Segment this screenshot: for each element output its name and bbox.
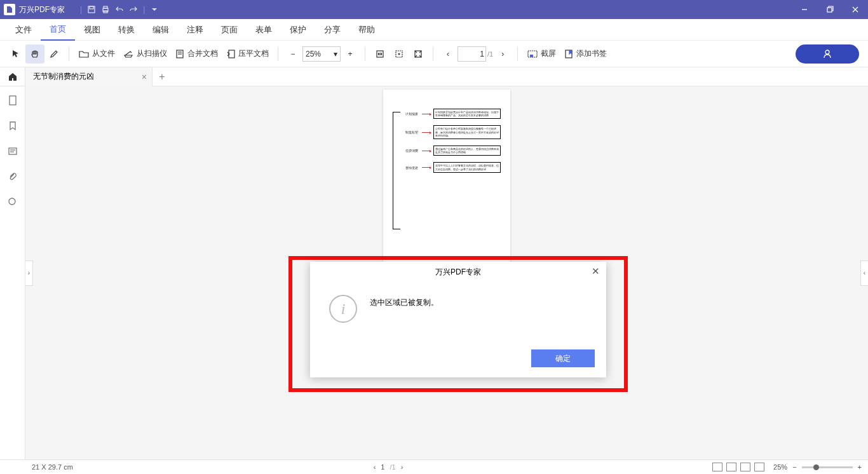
view-mode-group xyxy=(712,463,764,471)
menu-help[interactable]: 帮助 xyxy=(349,19,384,41)
fit-width-button[interactable] xyxy=(370,44,390,64)
bookmark-label: 添加书签 xyxy=(576,48,607,59)
thumbnails-icon[interactable] xyxy=(6,94,19,107)
view-facing-icon[interactable] xyxy=(740,463,750,471)
status-bar: 21 X 29.7 cm ‹ 1/1 › 25% − + xyxy=(0,459,868,474)
document-tab[interactable]: 无节制消费的元凶 × xyxy=(25,67,153,86)
combine-button[interactable]: 合并文档 xyxy=(171,44,222,64)
menu-form[interactable]: 表单 xyxy=(247,19,281,41)
fit-page-button[interactable] xyxy=(390,44,409,64)
menu-protect[interactable]: 保护 xyxy=(281,19,315,41)
home-tab[interactable] xyxy=(0,67,25,86)
scanner-icon xyxy=(123,49,134,59)
svg-rect-14 xyxy=(396,51,402,57)
redo-icon[interactable] xyxy=(126,3,140,17)
from-file-button[interactable]: 从文件 xyxy=(74,44,119,64)
actual-size-button[interactable] xyxy=(409,44,428,64)
status-zoom-in[interactable]: + xyxy=(858,463,862,471)
compress-icon xyxy=(226,49,236,59)
app-title: 万兴PDF专家 xyxy=(19,4,65,15)
zoom-value: 25% xyxy=(306,50,321,58)
svg-point-25 xyxy=(9,198,15,205)
camera-icon xyxy=(527,49,538,59)
hand-tool[interactable] xyxy=(25,44,44,64)
document-page: 计划报废计划报废是指故意设计有产品使其使用寿命缩短，以便于将来销售新的产品。其目… xyxy=(383,90,510,267)
expand-right-panel[interactable]: ‹ xyxy=(860,261,868,286)
view-continuous-icon[interactable] xyxy=(726,463,736,471)
prev-page-button[interactable]: ‹ xyxy=(438,44,458,64)
menu-comment[interactable]: 注释 xyxy=(178,19,212,41)
status-zoom-out[interactable]: − xyxy=(792,463,796,471)
svg-rect-18 xyxy=(530,55,533,57)
from-scanner-button[interactable]: 从扫描仪 xyxy=(119,44,171,64)
menu-edit[interactable]: 编辑 xyxy=(144,19,178,41)
minimize-button[interactable] xyxy=(792,0,817,19)
print-icon[interactable] xyxy=(98,3,112,17)
from-file-label: 从文件 xyxy=(92,48,115,59)
select-tool[interactable] xyxy=(6,44,25,64)
undo-icon[interactable] xyxy=(112,3,126,17)
app-logo-icon xyxy=(4,4,15,15)
chevron-down-icon: ▾ xyxy=(334,50,337,58)
comments-panel-icon[interactable] xyxy=(6,145,19,158)
bookmark-button[interactable]: 添加书签 xyxy=(560,44,611,64)
new-tab-button[interactable]: + xyxy=(153,71,172,83)
tab-bar: 无节制消费的元凶 × + xyxy=(0,67,868,86)
dialog-title: 万兴PDF专家 xyxy=(435,267,481,278)
zoom-in-button[interactable]: + xyxy=(341,44,360,64)
canvas[interactable]: › ‹ 计划报废计划报废是指故意设计有产品使其使用寿命缩短，以便于将来销售新的产… xyxy=(25,86,868,459)
edit-tool[interactable] xyxy=(44,44,64,64)
menu-convert[interactable]: 转换 xyxy=(109,19,144,41)
menu-view[interactable]: 视图 xyxy=(75,19,109,41)
compress-button[interactable]: 压平文档 xyxy=(222,44,273,64)
work-area: › ‹ 计划报废计划报废是指故意设计有产品使其使用寿命缩短，以便于将来销售新的产… xyxy=(0,86,868,459)
page-input[interactable]: 1 xyxy=(458,46,486,62)
combine-icon xyxy=(175,49,185,59)
status-zoom-value: 25% xyxy=(773,463,787,471)
zoom-out-button[interactable]: − xyxy=(283,44,302,64)
bookmark-icon xyxy=(564,49,574,59)
maximize-button[interactable] xyxy=(817,0,843,19)
next-page-button[interactable]: › xyxy=(493,44,512,64)
svg-rect-21 xyxy=(10,96,16,105)
tab-close-icon[interactable]: × xyxy=(142,72,147,82)
expand-left-panel[interactable]: › xyxy=(25,261,33,286)
status-prev-page[interactable]: ‹ xyxy=(374,463,376,471)
title-bar: 万兴PDF专家 | | xyxy=(0,0,868,19)
doc-row: 害怕变老我等中年以上人们对青春文化的担忧，担惊受怕地老，也大改造自消费。更进一步… xyxy=(405,162,501,172)
zoom-slider[interactable] xyxy=(802,466,853,468)
document-tab-title: 无节制消费的元凶 xyxy=(33,71,94,82)
user-account-button[interactable] xyxy=(796,44,859,64)
status-next-page[interactable]: › xyxy=(401,463,403,471)
close-button[interactable] xyxy=(843,0,868,19)
dialog-close-icon[interactable]: ✕ xyxy=(592,266,600,277)
svg-rect-1 xyxy=(90,6,93,9)
dialog-ok-button[interactable]: 确定 xyxy=(531,349,595,367)
user-icon xyxy=(822,49,832,59)
svg-rect-6 xyxy=(827,8,832,12)
svg-rect-22 xyxy=(9,148,17,154)
folder-icon xyxy=(78,49,90,59)
from-scanner-label: 从扫描仪 xyxy=(137,48,167,59)
save-icon[interactable] xyxy=(85,3,98,17)
status-page-current: 1 xyxy=(381,463,384,471)
menu-file[interactable]: 文件 xyxy=(6,19,41,41)
menu-share[interactable]: 分享 xyxy=(315,19,349,41)
quick-access-dropdown-icon[interactable] xyxy=(147,3,161,17)
svg-point-15 xyxy=(398,53,400,55)
menu-home[interactable]: 首页 xyxy=(41,19,75,41)
search-panel-icon[interactable] xyxy=(6,196,19,208)
screenshot-button[interactable]: 截屏 xyxy=(523,44,560,64)
info-dialog: 万兴PDF专家 ✕ i 选中区域已被复制。 确定 xyxy=(310,262,606,377)
view-single-icon[interactable] xyxy=(712,463,722,471)
bookmarks-panel-icon[interactable] xyxy=(6,119,19,132)
menu-page[interactable]: 页面 xyxy=(212,19,247,41)
screenshot-label: 截屏 xyxy=(541,48,556,59)
page-total: /1 xyxy=(487,50,493,58)
svg-point-20 xyxy=(825,50,829,54)
attachments-icon[interactable] xyxy=(6,170,19,183)
zoom-select[interactable]: 25% ▾ xyxy=(302,46,341,62)
view-facing-continuous-icon[interactable] xyxy=(754,463,764,471)
combine-label: 合并文档 xyxy=(187,48,218,59)
doc-row: 制造欲望公司专门设计各种心理实验和调查以唤醒每一个已经厌倦，麻木的消费者心底深处… xyxy=(405,125,501,139)
